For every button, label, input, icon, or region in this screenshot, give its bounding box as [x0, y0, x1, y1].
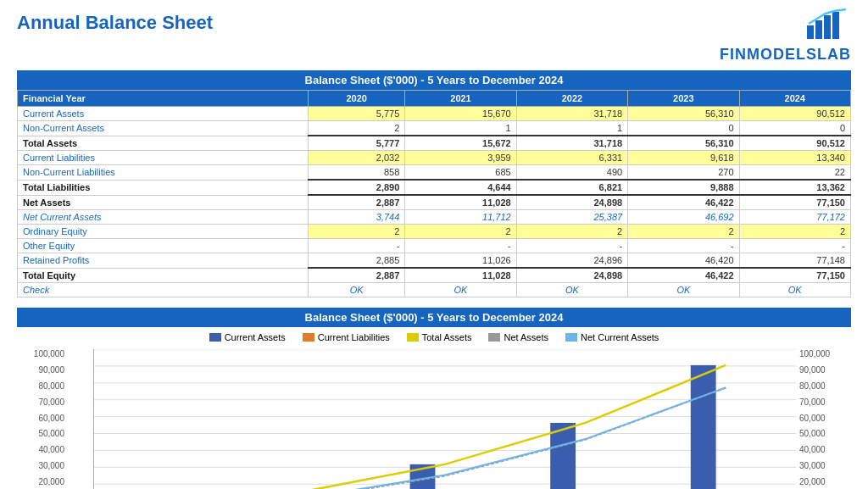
row-value: 5,777: [309, 136, 405, 151]
row-value: 15,672: [405, 136, 516, 151]
row-value: -: [405, 239, 516, 253]
y-label-right: 20,000: [799, 477, 826, 486]
row-value: 9,618: [628, 151, 739, 165]
row-value: 2: [405, 225, 516, 239]
legend-label: Current Assets: [225, 332, 286, 342]
y-label: 50,000: [38, 429, 64, 438]
row-value: 56,310: [628, 136, 739, 151]
chart-area: 100,00090,00080,00070,00060,00050,00040,…: [17, 349, 851, 489]
y-label-right: 30,000: [799, 461, 826, 470]
row-value: 77,148: [739, 253, 850, 269]
row-label: Ordinary Equity: [18, 225, 309, 239]
row-value: 4,644: [405, 180, 516, 195]
row-value: 1: [516, 121, 627, 136]
row-label: Current Assets: [18, 107, 309, 121]
row-value: -: [516, 239, 627, 253]
table-row: Total Assets5,77715,67231,71856,31090,51…: [18, 136, 851, 151]
legend-item: Net Current Assets: [565, 332, 659, 342]
row-value: 11,026: [405, 253, 516, 269]
y-label-right: 100,000: [799, 349, 830, 358]
legend-label: Net Current Assets: [581, 332, 659, 342]
legend-swatch: [565, 333, 577, 342]
row-label: Current Liabilities: [18, 151, 309, 165]
check-cell: OK: [739, 283, 850, 297]
legend-item: Current Liabilities: [303, 332, 390, 342]
finmodelslab-logo-icon: [805, 8, 851, 44]
check-cell: OK: [405, 283, 516, 297]
row-value: 46,422: [628, 268, 739, 283]
row-value: 9,888: [628, 180, 739, 195]
col-financial-year: Financial Year: [18, 91, 309, 107]
row-value: 22: [739, 165, 850, 181]
chart-header: Balance Sheet ($'000) - 5 Years to Decem…: [17, 308, 851, 327]
row-label: Net Current Assets: [18, 210, 309, 225]
y-label: 70,000: [38, 397, 64, 407]
line-net-current-assets: [164, 387, 726, 489]
svg-rect-1: [815, 20, 822, 39]
row-value: 11,028: [405, 195, 516, 210]
row-value: 13,340: [739, 151, 850, 165]
row-value: 24,898: [516, 268, 627, 283]
row-value: 2,890: [309, 180, 405, 195]
y-axis-labels-right: 100,00090,00080,00070,00060,00050,00040,…: [796, 349, 851, 489]
row-value: 46,420: [628, 253, 739, 269]
y-label-right: 40,000: [799, 445, 826, 454]
col-2020: 2020: [309, 91, 405, 107]
table-row: Net Current Assets3,74411,71225,38746,69…: [18, 210, 851, 225]
row-value: 31,718: [516, 107, 627, 121]
row-value: 77,172: [739, 210, 850, 225]
col-2024: 2024: [739, 91, 850, 107]
y-label: 40,000: [38, 445, 64, 454]
row-value: 2,887: [309, 195, 405, 210]
row-value: 2,887: [309, 268, 405, 283]
row-label: Check: [18, 283, 309, 297]
y-label-right: 80,000: [799, 381, 826, 391]
row-value: 46,692: [628, 210, 739, 225]
row-value: 77,150: [739, 268, 850, 283]
row-label: Other Equity: [18, 239, 309, 253]
table-row: CheckOKOKOKOKOK: [18, 283, 851, 297]
row-value: 6,821: [516, 180, 627, 195]
legend-item: Total Assets: [407, 332, 472, 342]
row-value: 31,718: [516, 136, 627, 151]
row-value: -: [628, 239, 739, 253]
table-row: Total Liabilities2,8904,6446,8219,88813,…: [18, 180, 851, 195]
row-label: Non-Current Liabilities: [18, 165, 309, 181]
row-value: 6,331: [516, 151, 627, 165]
y-label: 90,000: [38, 365, 64, 375]
logo-area: FINMODELSLAB: [720, 8, 851, 64]
legend-swatch: [407, 333, 419, 342]
table-row: Ordinary Equity22222: [18, 225, 851, 239]
check-cell: OK: [309, 283, 405, 297]
table-row: Non-Current Liabilities85868549027022: [18, 165, 851, 181]
legend-label: Net Assets: [504, 332, 548, 342]
legend-label: Total Assets: [422, 332, 472, 342]
row-label: Total Liabilities: [18, 180, 309, 195]
svg-rect-2: [824, 15, 831, 39]
y-label: 100,000: [34, 349, 64, 358]
row-value: 858: [309, 165, 405, 181]
table-body: Current Assets5,77515,67031,71856,31090,…: [18, 107, 851, 297]
table-row: Other Equity-----: [18, 239, 851, 253]
row-value: 490: [516, 165, 627, 181]
row-value: 15,670: [405, 107, 516, 121]
row-value: 46,422: [628, 195, 739, 210]
page-container: Annual Balance Sheet FINMODELSLAB Balanc…: [0, 0, 868, 489]
row-value: 2: [739, 225, 850, 239]
row-value: 5,775: [309, 107, 405, 121]
chart-inner: [93, 349, 796, 489]
check-cell: OK: [516, 283, 627, 297]
row-value: 270: [628, 165, 739, 181]
line-total-assets: [164, 365, 726, 489]
chart-svg: [94, 349, 796, 489]
legend-item: Net Assets: [488, 332, 548, 342]
y-label-right: 70,000: [799, 397, 826, 407]
check-cell: OK: [628, 283, 739, 297]
legend-item: Current Assets: [209, 332, 286, 342]
row-value: 90,512: [739, 136, 850, 151]
col-2022: 2022: [516, 91, 627, 107]
table-row: Total Equity2,88711,02824,89846,42277,15…: [18, 268, 851, 283]
row-value: 685: [405, 165, 516, 181]
row-value: 13,362: [739, 180, 850, 195]
y-label-right: 60,000: [799, 414, 826, 423]
